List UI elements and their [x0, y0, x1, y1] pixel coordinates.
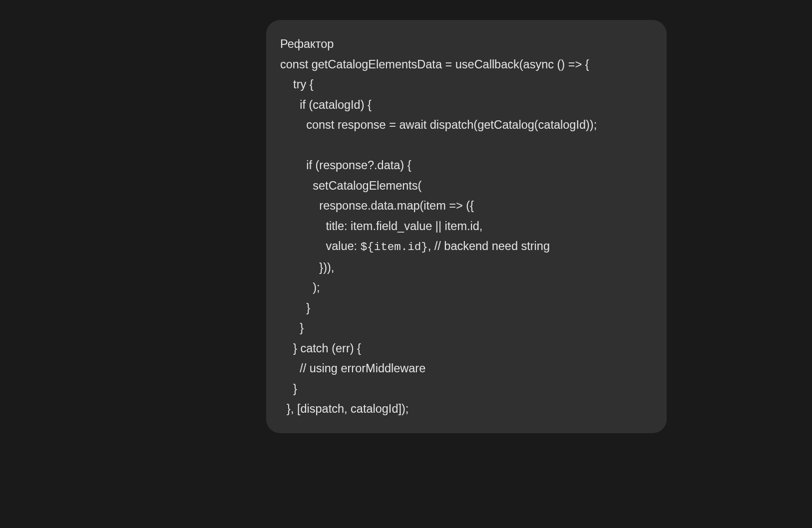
code-line: }, [dispatch, catalogId]); [280, 402, 408, 415]
code-line: setCatalogElements( [280, 179, 421, 192]
message-content: Рефактор const getCatalogElementsData = … [280, 34, 653, 419]
code-line: } [280, 301, 310, 314]
code-line: } catch (err) { [280, 342, 361, 355]
code-line: title: item.field_value || item.id, [280, 220, 482, 233]
code-line: const response = await dispatch(getCatal… [280, 118, 597, 131]
template-literal: ${item.id} [361, 241, 428, 254]
message-bubble: Рефактор const getCatalogElementsData = … [266, 20, 667, 433]
code-line: const getCatalogElementsData = useCallba… [280, 58, 589, 71]
code-line: ); [280, 281, 320, 294]
message-title: Рефактор [280, 37, 334, 50]
code-line: // using errorMiddleware [280, 362, 425, 375]
code-line: if (response?.data) { [280, 159, 411, 172]
code-line: } [280, 321, 304, 334]
code-line: } [280, 382, 297, 395]
code-line: value: ${item.id}, // backend need strin… [280, 240, 550, 253]
code-line: if (catalogId) { [280, 98, 372, 111]
code-line: })), [280, 261, 334, 274]
code-line: response.data.map(item => ({ [280, 199, 474, 212]
code-line: try { [280, 78, 314, 91]
